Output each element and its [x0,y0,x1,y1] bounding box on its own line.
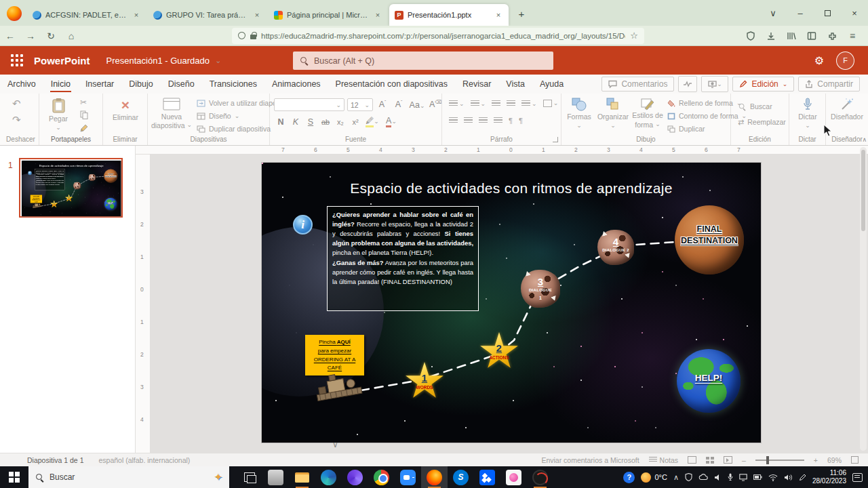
meteor-3[interactable]: 3 DIALOGUE 1 [73,182,81,189]
url-text[interactable]: https://educa2madrid-my.sharepoint.com/:… [261,32,625,40]
document-title[interactable]: Presentación1 - Guardado ⌄ [106,56,222,66]
activity-star-2[interactable]: 2 ACTIONS [479,332,519,371]
bookmark-star-icon[interactable]: ☆ [630,30,638,41]
tab-close-icon[interactable]: × [132,11,141,19]
replace-button[interactable]: ⇄ Reemplazar [738,116,786,128]
forward-button[interactable]: → [20,27,41,45]
menu-icon[interactable]: ≡ [844,27,861,45]
edge-icon[interactable] [315,466,342,488]
microphone-tray-icon[interactable] [728,473,733,481]
align-center-button[interactable] [464,117,473,124]
help-earth-planet[interactable] [104,198,117,211]
shrink-font-button[interactable]: Aˇ [392,100,406,109]
browser-tab-1[interactable]: ACFGSIN: PADLET, el muro virtu × [27,4,146,26]
info-icon[interactable]: i [28,171,32,175]
lock-icon[interactable] [250,35,256,39]
tab-close-icon[interactable]: × [252,11,262,19]
intro-text-box[interactable]: ¿Quieres aprender a hablar sobre el café… [35,169,65,190]
minimize-button[interactable]: – [787,0,814,26]
slide-canvas[interactable]: Espacio de actividades con ritmos de apr… [22,161,121,216]
tracking-shield-icon[interactable] [238,32,245,39]
subscript-button[interactable]: x₂ [334,118,347,126]
feedback-link[interactable]: Enviar comentarios a Microsoft [541,456,639,464]
gray-app-icon[interactable] [262,466,289,488]
bullets-button[interactable]: ⌄ [449,100,465,107]
extension-icon[interactable] [823,27,841,45]
app-launcher-waffle-icon[interactable] [11,54,23,66]
delete-button[interactable]: × Eliminar [103,94,148,121]
slide-sorter-view-button[interactable] [706,457,714,464]
line-spacing-button[interactable]: ⌄ [521,100,537,107]
header-search-box[interactable] [293,52,553,70]
purple-browser-icon[interactable] [342,466,368,488]
firefox-taskbar-icon[interactable] [421,466,448,488]
taskbar-clock[interactable]: 11:06 28/02/2023 [812,469,846,486]
cortana-icon[interactable]: ✦ [214,471,222,483]
tab-close-icon[interactable]: × [494,11,503,19]
shape-styles-button[interactable]: Estilos de forma⌄ [631,94,665,129]
activity-star-2[interactable]: 2 ACTIONS [65,195,73,203]
ribbon-tab-archivo[interactable]: Archivo [0,76,43,92]
layout-button[interactable]: Diseño ⌄ [197,110,239,122]
find-button[interactable]: Buscar [738,100,772,113]
monitor-icon[interactable] [739,474,747,481]
shapes-button[interactable]: Formas ⌄ [563,94,595,129]
arrange-button[interactable]: Organizar ⌄ [595,94,631,129]
slide-canvas[interactable]: Espacio de actividades con ritmos de apr… [262,163,761,443]
settings-gear-icon[interactable]: ⚙ [814,54,824,67]
paint-app-icon[interactable] [500,466,527,488]
collapse-ribbon-icon[interactable]: ∧ [862,136,867,143]
intro-text-box[interactable]: ¿Quieres aprender a hablar sobre el café… [327,206,479,311]
volume-icon[interactable] [784,474,793,481]
spaceship-image[interactable] [31,202,42,209]
ribbon-tab-ayuda[interactable]: Ayuda [532,76,571,92]
dictate-button[interactable]: Dictar ⌄ [789,94,826,129]
pen-tray-icon[interactable] [799,474,806,481]
catch-up-button[interactable] [678,76,697,92]
tab-close-icon[interactable]: × [373,11,382,19]
copy-icon[interactable] [80,110,88,121]
search-input[interactable] [314,56,547,66]
start-here-button[interactable]: Pincha AQUÍ para empezar ORDERING AT A C… [31,195,42,203]
paragraph-dialog-launcher-icon[interactable] [553,137,558,142]
dropbox-icon[interactable] [474,466,500,488]
library-icon[interactable] [783,27,800,45]
font-size-combo[interactable]: 12⌄ [347,98,373,111]
meteor-3[interactable]: 3 DIALOGUE 1 [521,270,560,308]
sidebar-icon[interactable] [803,27,821,45]
wifi-icon[interactable] [768,474,778,481]
grow-font-button[interactable]: Aˆ [376,100,389,109]
meteor-4[interactable]: 4 DIALOGUE 2 [89,174,96,181]
taskbar-search-input[interactable] [50,472,165,482]
ribbon-tab-presentacion[interactable]: Presentación con diapositivas [328,76,455,92]
shield-tray-icon[interactable] [685,473,692,481]
zoom-out-button[interactable]: – [742,456,746,464]
help-label[interactable]: HELP! [677,373,741,383]
browser-tab-active-presentation[interactable]: P Presentación1.pptx × [389,4,509,26]
taskbar-search-box[interactable]: ✦ [28,466,229,488]
close-window-button[interactable]: × [841,0,868,26]
ribbon-tab-dibujo[interactable]: Dibujo [121,76,160,92]
ribbon-tab-transiciones[interactable]: Transiciones [202,76,264,92]
align-left-button[interactable] [449,117,458,124]
home-button[interactable]: ⌂ [61,27,81,45]
scrollbar-thumb[interactable] [861,150,865,231]
duplicate-slide-button[interactable]: Duplicar diapositiva [197,123,271,135]
ribbon-tab-insertar[interactable]: Insertar [78,76,121,92]
ribbon-tab-diseno[interactable]: Diseño [161,76,202,92]
show-hidden-icons-button[interactable]: ∧ [673,473,679,482]
justify-button[interactable] [494,117,502,124]
info-icon[interactable]: i [293,215,313,235]
italic-button[interactable]: K [289,117,302,127]
tab-list-chevron-icon[interactable]: ∨ [760,0,787,26]
restore-button[interactable] [814,0,841,26]
zoom-app-icon[interactable] [395,466,421,488]
final-destination-label[interactable]: FINAL DESTINATION [102,173,119,178]
spaceship-image[interactable] [311,369,366,406]
superscript-button[interactable]: x² [349,118,362,126]
help-label[interactable]: HELP! [104,203,117,205]
meteor-4[interactable]: 4 DIALOGUE 2 [597,230,634,265]
task-view-button[interactable] [236,466,262,488]
zoom-percent[interactable]: 69% [827,456,842,464]
url-bar[interactable]: https://educa2madrid-my.sharepoint.com/:… [232,28,644,44]
